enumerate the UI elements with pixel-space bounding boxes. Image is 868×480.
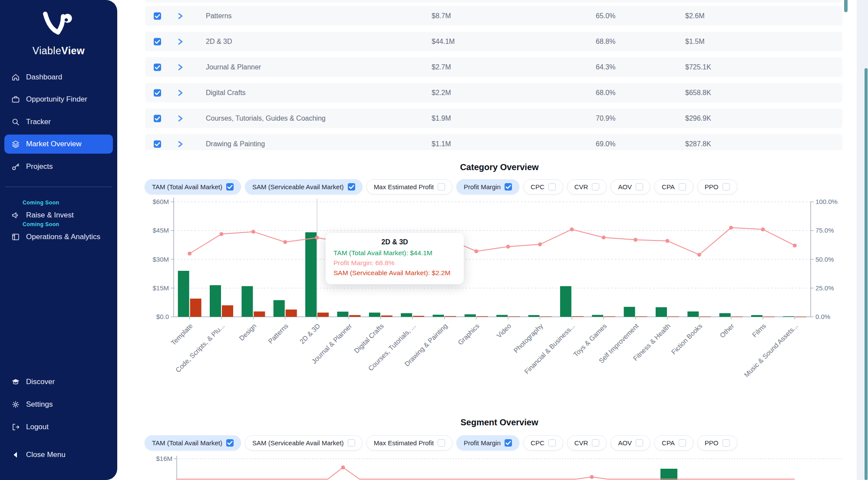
sidebar-item-logout[interactable]: Logout [4,419,113,435]
table-row-courses-tutorials-guides-coaching[interactable]: Courses, Tutorials, Guides & Coaching$1.… [145,108,842,128]
table-row-2d-3d[interactable]: 2D & 3D$44.1M68.8%$1.5M [145,32,842,51]
chevron-right-icon[interactable] [177,89,184,97]
category-overview-chart[interactable]: $0.0$15M$30M$45M$60M0.0%25.0%50.0%75.0%1… [143,195,864,414]
checkbox-checked[interactable] [505,439,512,447]
chevron-right-icon[interactable] [177,63,184,71]
sidebar-item-settings[interactable]: Settings [4,397,113,412]
row-profit-value: $287.8K [685,140,711,148]
row-margin-value: 68.0% [596,89,615,97]
check-icon [505,439,512,447]
checkbox-checked[interactable] [226,439,234,447]
tooltip-line: Profit Margin: 68.8% [333,258,456,268]
table-row-drawing-painting[interactable]: Drawing & Painting$1.1M69.0%$287.8K [145,134,842,150]
page-scrollbar-thumb[interactable] [865,68,868,480]
category-filter-cpc[interactable]: CPC [523,179,563,194]
tooltip-title: 2D & 3D [333,238,456,246]
segment-overview-title: Segment Overview [461,418,538,427]
svg-text:Digital Crafts: Digital Crafts [353,322,385,355]
check-icon [154,89,161,96]
check-icon [505,183,512,191]
checkbox-unchecked[interactable] [438,183,445,191]
sidebar-item-operations-analytics[interactable]: Operations & Analytics [4,229,113,245]
category-filter-ppo[interactable]: PPO [697,179,737,194]
sidebar-item-opportunity-finder[interactable]: Opportunity Finder [4,92,113,107]
sidebar-item-label: Settings [26,400,53,409]
row-category-name: Drawing & Painting [206,140,265,148]
checkbox-checked[interactable] [154,140,161,148]
category-filter-cpa[interactable]: CPA [654,179,693,194]
checkbox-checked[interactable] [154,115,161,122]
checkbox-unchecked[interactable] [723,439,730,447]
table-row-patterns[interactable]: Patterns$8.7M65.0%$2.6M [145,6,842,26]
checkbox-unchecked[interactable] [636,183,643,191]
sidebar-item-raise-invest[interactable]: Raise & Invest [4,207,113,223]
segment-overview-chart[interactable]: $16M [143,452,864,480]
sidebar-item-projects[interactable]: Projects [4,159,113,174]
chevron-right-icon[interactable] [177,12,184,20]
chevron-right-icon[interactable] [177,140,184,148]
search-icon [11,118,20,126]
checkbox-checked[interactable] [154,12,161,20]
checkbox-unchecked[interactable] [723,183,730,191]
segment-filter-tam-total-avail-market[interactable]: TAM (Total Avail Market) [145,435,241,450]
segment-filter-aov[interactable]: AOV [611,435,650,450]
segment-filter-cpa[interactable]: CPA [654,435,693,450]
row-profit-value: $658.8K [685,89,711,97]
checkbox-checked[interactable] [348,183,355,191]
row-profit-value: $725.1K [685,63,711,71]
check-icon [226,439,234,447]
chevron-right-icon[interactable] [177,115,184,122]
category-filter-max-estimated-profit[interactable]: Max Estimated Profit [366,179,452,194]
category-filter-cvr[interactable]: CVR [567,179,607,194]
category-filter-tam-total-avail-market[interactable]: TAM (Total Avail Market) [145,179,241,194]
gear-icon [11,400,20,409]
checkbox-unchecked[interactable] [348,439,355,447]
app-root: { "brand": { "name_regular": "Viable", "… [0,0,868,480]
category-filter-aov[interactable]: AOV [611,179,650,194]
layers-icon [11,140,20,148]
segment-filter-ppo[interactable]: PPO [697,435,737,450]
checkbox-unchecked[interactable] [636,439,643,447]
sidebar-item-discover[interactable]: Discover [4,374,113,390]
checkbox-unchecked[interactable] [679,439,686,447]
category-filter-sam-serviceable-avail-market[interactable]: SAM (Serviceable Avail Market) [245,179,363,194]
sidebar-item-market-overview[interactable]: Market Overview [4,135,113,154]
table-row-digital-crafts[interactable]: Digital Crafts$2.2M68.0%$658.8K [145,83,842,102]
sidebar-item-close-menu[interactable]: Close Menu [4,447,113,463]
brand-name: ViableView [0,45,117,57]
sidebar-item-tracker[interactable]: Tracker [4,114,113,130]
graduation-cap-icon [11,378,20,386]
check-icon [154,115,161,122]
segment-filter-cvr[interactable]: CVR [567,435,607,450]
table-scrollbar-thumb[interactable] [844,0,848,12]
filter-chip-label: AOV [618,183,632,191]
checkbox-unchecked[interactable] [592,183,599,191]
table-row-journal-planner[interactable]: Journal & Planner$2.7M64.3%$725.1K [145,57,842,77]
checkbox-checked[interactable] [154,63,161,71]
segment-filter-cpc[interactable]: CPC [523,435,563,450]
svg-text:Films: Films [751,322,767,339]
checkbox-unchecked[interactable] [592,439,599,447]
sidebar-item-dashboard[interactable]: Dashboard [4,69,113,85]
chart-tooltip: 2D & 3D TAM (Total Avail Market): $44.1M… [326,233,464,284]
segment-filter-profit-margin[interactable]: Profit Margin [456,435,519,450]
svg-text:$60M: $60M [152,198,169,205]
checkbox-checked[interactable] [154,89,161,96]
checkbox-checked[interactable] [154,38,161,45]
filter-chip-label: Profit Margin [464,439,501,447]
segment-filter-max-estimated-profit[interactable]: Max Estimated Profit [366,435,452,450]
segment-filter-sam-serviceable-avail-market[interactable]: SAM (Serviceable Avail Market) [245,435,363,450]
checkbox-checked[interactable] [505,183,512,191]
checkbox-unchecked[interactable] [548,439,556,447]
checkbox-checked[interactable] [226,183,234,191]
chevron-right-icon[interactable] [177,38,184,46]
svg-text:Photography: Photography [512,322,544,354]
brand-logo[interactable]: ViableView [0,11,117,57]
row-tam-value: $1.9M [432,115,451,122]
checkbox-unchecked[interactable] [679,183,686,191]
sidebar-item-label: Logout [26,423,49,431]
sidebar-item-label: Operations & Analytics [26,233,100,241]
category-filter-profit-margin[interactable]: Profit Margin [456,179,519,194]
checkbox-unchecked[interactable] [548,183,556,191]
checkbox-unchecked[interactable] [438,439,445,447]
